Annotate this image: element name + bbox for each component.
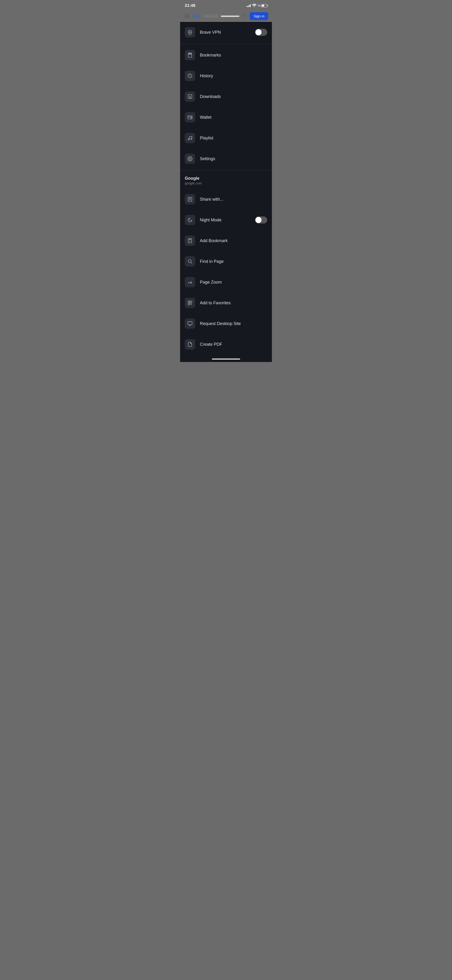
browser-toolbar: ALL IMAGES Sign in bbox=[180, 10, 272, 22]
playlist-icon bbox=[185, 133, 195, 143]
svg-point-8 bbox=[246, 17, 246, 18]
addbookmark-item[interactable]: Add Bookmark bbox=[180, 230, 272, 251]
playlist-label: Playlist bbox=[200, 136, 267, 141]
pagezoom-label: Page Zoom bbox=[200, 280, 267, 285]
createpdf-label: Create PDF bbox=[200, 342, 267, 347]
svg-point-7 bbox=[244, 17, 245, 18]
wallet-icon bbox=[185, 112, 195, 123]
svg-point-4 bbox=[244, 15, 245, 16]
divider-2 bbox=[180, 170, 272, 170]
svg-rect-12 bbox=[190, 53, 191, 54]
svg-rect-27 bbox=[188, 303, 190, 305]
svg-point-0 bbox=[243, 14, 244, 14]
status-time: 21:48 bbox=[185, 3, 195, 8]
addbookmark-label: Add Bookmark bbox=[200, 239, 267, 243]
wallet-label: Wallet bbox=[200, 115, 267, 120]
wallet-item[interactable]: Wallet bbox=[180, 107, 272, 128]
grid-icon bbox=[242, 13, 247, 19]
favorites-label: Add to Favorites bbox=[200, 301, 267, 305]
desktopsite-icon bbox=[185, 318, 195, 329]
nightmode-toggle[interactable] bbox=[255, 216, 267, 224]
svg-text:A: A bbox=[190, 281, 192, 284]
playlist-item[interactable]: Playlist bbox=[180, 128, 272, 148]
bookmarks-item[interactable]: Bookmarks bbox=[180, 45, 272, 65]
svg-rect-16 bbox=[191, 118, 192, 118]
home-bar bbox=[212, 358, 240, 360]
history-item[interactable]: History bbox=[180, 65, 272, 86]
tab-all[interactable]: ALL bbox=[193, 14, 201, 18]
svg-point-22 bbox=[188, 260, 191, 263]
share-label: Share with... bbox=[200, 197, 267, 202]
findinpage-label: Find in Page bbox=[200, 259, 267, 264]
signin-button[interactable]: Sign in bbox=[250, 12, 268, 20]
nightmode-label: Night Mode bbox=[200, 218, 250, 223]
url-bar bbox=[221, 16, 239, 17]
share-item[interactable]: Share with... bbox=[180, 189, 272, 210]
downloads-label: Downloads bbox=[200, 94, 267, 99]
share-icon bbox=[185, 194, 195, 204]
site-name: Google bbox=[185, 176, 267, 181]
menu-overlay: Brave VPN Bookmarks History bbox=[180, 22, 272, 362]
svg-point-3 bbox=[243, 15, 244, 16]
svg-point-2 bbox=[246, 14, 246, 14]
svg-point-9 bbox=[189, 32, 191, 33]
pagezoom-icon: A A bbox=[185, 277, 195, 287]
vpn-icon bbox=[185, 27, 195, 37]
desktopsite-item[interactable]: Request Desktop Site bbox=[180, 313, 272, 334]
nightmode-icon bbox=[185, 215, 195, 225]
battery-level: 50 bbox=[258, 4, 261, 7]
wifi-icon bbox=[252, 4, 256, 8]
vpn-toggle[interactable] bbox=[255, 29, 267, 36]
battery-icon: 50 bbox=[258, 4, 267, 7]
signal-icon bbox=[246, 4, 251, 7]
svg-rect-21 bbox=[188, 239, 192, 243]
home-indicator bbox=[180, 355, 272, 362]
nightmode-item[interactable]: Night Mode bbox=[180, 210, 272, 230]
svg-point-1 bbox=[244, 14, 245, 14]
site-info: Google google.com bbox=[180, 171, 272, 189]
svg-rect-25 bbox=[188, 301, 190, 303]
status-bar: 21:48 50 bbox=[180, 0, 272, 10]
site-url: google.com bbox=[185, 181, 267, 185]
svg-rect-15 bbox=[188, 116, 192, 119]
svg-rect-28 bbox=[188, 322, 192, 325]
svg-point-19 bbox=[189, 158, 191, 159]
menu-button[interactable] bbox=[184, 14, 190, 19]
status-icons: 50 bbox=[246, 4, 267, 8]
svg-point-17 bbox=[188, 139, 190, 140]
createpdf-icon bbox=[185, 339, 195, 350]
createpdf-item[interactable]: Create PDF bbox=[180, 334, 272, 355]
downloads-icon bbox=[185, 91, 195, 102]
svg-point-18 bbox=[191, 138, 192, 140]
tab-images[interactable]: IMAGES bbox=[203, 14, 218, 18]
downloads-item[interactable]: Downloads bbox=[180, 86, 272, 107]
svg-rect-10 bbox=[188, 53, 192, 57]
history-icon bbox=[185, 71, 195, 81]
bookmarks-label: Bookmarks bbox=[200, 53, 267, 58]
svg-rect-26 bbox=[190, 301, 192, 303]
settings-label: Settings bbox=[200, 156, 267, 161]
settings-icon bbox=[185, 154, 195, 164]
bookmarks-icon bbox=[185, 50, 195, 60]
settings-item[interactable]: Settings bbox=[180, 148, 272, 169]
desktopsite-label: Request Desktop Site bbox=[200, 321, 267, 326]
svg-point-5 bbox=[246, 15, 246, 16]
favorites-item[interactable]: Add to Favorites bbox=[180, 293, 272, 313]
findinpage-icon bbox=[185, 256, 195, 267]
svg-rect-11 bbox=[189, 53, 190, 54]
pagezoom-item[interactable]: A A Page Zoom bbox=[180, 272, 272, 293]
brave-vpn-item[interactable]: Brave VPN bbox=[180, 22, 272, 43]
findinpage-item[interactable]: Find in Page bbox=[180, 251, 272, 272]
history-label: History bbox=[200, 73, 267, 78]
svg-point-6 bbox=[243, 17, 244, 18]
addbookmark-icon bbox=[185, 235, 195, 246]
svg-text:A: A bbox=[188, 282, 190, 284]
brave-vpn-label: Brave VPN bbox=[200, 30, 250, 35]
favorites-icon bbox=[185, 298, 195, 308]
